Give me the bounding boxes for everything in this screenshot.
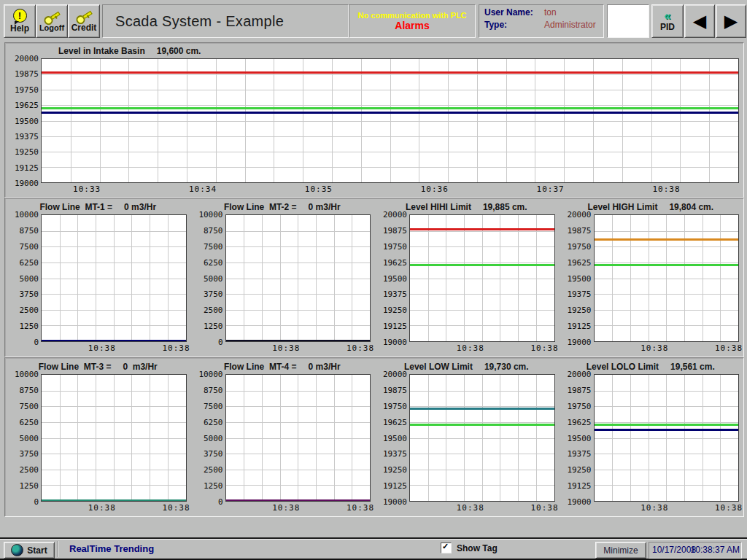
y-tick-label: 0 — [34, 338, 39, 347]
gridline-horizontal — [42, 325, 186, 326]
pid-button-label: PID — [660, 22, 675, 32]
gridline-horizontal — [410, 325, 554, 326]
x-axis: 10:3810:38 — [594, 502, 740, 515]
y-tick-label: 19875 — [567, 385, 591, 394]
gridline-horizontal — [410, 231, 554, 232]
alarms-link[interactable]: Alarms — [395, 20, 429, 31]
y-tick-label: 3750 — [204, 449, 223, 459]
y-tick-label: 19625 — [383, 257, 407, 267]
x-tick-label: 10:36 — [421, 184, 449, 194]
gridline-horizontal — [226, 262, 371, 263]
panel-middle-row: Flow Line MT-1 =0 m3/Hr10000875075006250… — [4, 198, 744, 357]
plot-area — [594, 214, 740, 342]
start-button[interactable]: Start — [4, 542, 55, 559]
chart-value-text: 19,600 cm. — [157, 46, 201, 56]
gridline-horizontal — [42, 294, 186, 295]
y-tick-label: 20000 — [383, 210, 407, 219]
credit-button[interactable]: Credit — [68, 4, 100, 38]
x-tick-label: 10:38 — [457, 343, 484, 353]
x-tick-label: 10:38 — [272, 343, 300, 353]
x-tick-label: 10:38 — [640, 343, 668, 353]
x-tick-label: 10:38 — [88, 503, 116, 513]
x-axis: 10:3810:38 — [225, 502, 371, 515]
taskbar-divider — [57, 541, 58, 557]
y-tick-label: 19375 — [567, 289, 591, 299]
y-tick-label: 19375 — [15, 131, 39, 141]
y-tick-label: 19000 — [383, 338, 407, 347]
y-tick-label: 3750 — [20, 289, 39, 299]
pid-button[interactable]: « PID — [651, 4, 684, 38]
plot-area — [409, 214, 555, 342]
y-tick-label: 19625 — [15, 101, 39, 110]
y-tick-label: 6250 — [204, 257, 223, 267]
y-tick-label: 1250 — [204, 481, 223, 491]
gridline-horizontal — [595, 485, 739, 486]
gridline-horizontal — [226, 438, 371, 439]
chart-level-low-limit: Level LOW Limit19,730 cm.200001987519750… — [374, 359, 559, 515]
x-tick-label: 10:38 — [652, 184, 680, 194]
chart-value-text: 0 m3/Hr — [309, 362, 341, 372]
plot-area — [225, 214, 371, 342]
chart-title-text: Flow Line MT-4 = — [224, 362, 297, 372]
chart-level-hihi-limit: Level HIHI Limit19,885 cm.20000198751975… — [374, 200, 559, 355]
user-info-panel: User Name: ton Type: Administrator — [479, 4, 604, 38]
help-button[interactable]: ! Help — [4, 4, 36, 38]
gridline-horizontal — [226, 231, 371, 232]
show-tag-checkbox[interactable] — [441, 542, 452, 553]
y-axis: 1000087507500625050003750250012500 — [190, 214, 225, 342]
y-tick-label: 19500 — [567, 433, 591, 443]
next-page-button[interactable]: ▶ — [716, 4, 746, 38]
chart-value-text: 0 m3/Hr — [123, 362, 157, 372]
y-tick-label: 19125 — [383, 322, 407, 331]
y-tick-label: 19125 — [567, 322, 591, 331]
y-tick-label: 10000 — [15, 370, 39, 379]
plot-area — [409, 374, 555, 502]
y-tick-label: 19125 — [15, 163, 39, 172]
y-tick-label: 2500 — [20, 306, 39, 315]
datetime-display: 10/17/2008 10:38:37 AM — [649, 542, 742, 559]
previous-page-button[interactable]: ◀ — [684, 4, 715, 38]
gridline-horizontal — [410, 262, 554, 263]
gridline-horizontal — [42, 246, 186, 247]
y-tick-label: 2500 — [20, 465, 39, 475]
gridline-horizontal — [42, 391, 186, 392]
gridline-horizontal — [42, 90, 738, 90]
gridline-horizontal — [226, 470, 371, 470]
chart-flow-mt4: Flow Line MT-4 =0 m3/Hr10000875075006250… — [190, 359, 375, 515]
gridline-horizontal — [42, 74, 738, 75]
x-axis: 10:3810:38 — [409, 502, 555, 515]
plc-warning-panel: No communication with PLC Alarms — [349, 4, 476, 38]
series-line-hihi-limit — [410, 228, 554, 230]
date-text: 10/17/2008 — [652, 545, 696, 555]
chart-title-text: Flow Line MT-3 = — [39, 362, 112, 372]
chart-value-text: 0 m3/Hr — [124, 202, 156, 212]
y-tick-label: 7500 — [20, 241, 39, 251]
y-tick-label: 19375 — [383, 449, 407, 459]
x-axis: 10:3810:38 — [409, 342, 555, 355]
scada-screen: ! Help Logoff Credit Scada System - Exam… — [0, 0, 747, 560]
gridline-horizontal — [226, 391, 371, 392]
y-tick-label: 19375 — [383, 289, 407, 299]
logoff-button[interactable]: Logoff — [36, 4, 68, 38]
gridline-horizontal — [226, 310, 371, 311]
chart-value-text: 0 m3/Hr — [309, 202, 341, 212]
gridline-horizontal — [595, 454, 739, 454]
series-line-hihi-limit — [42, 71, 738, 74]
series-line-level — [595, 424, 739, 426]
gridline-horizontal — [595, 406, 739, 407]
x-tick-label: 10:38 — [530, 503, 558, 513]
series-line-level — [42, 107, 738, 109]
y-axis: 2000019875197501962519500193751925019125… — [374, 374, 409, 502]
toolbar: ! Help Logoff Credit Scada System - Exam… — [0, 0, 747, 42]
x-tick-label: 10:38 — [640, 503, 668, 513]
user-type-value: Administrator — [544, 20, 596, 30]
y-tick-label: 19250 — [383, 306, 407, 315]
minimize-button[interactable]: Minimize — [595, 542, 646, 559]
panel-bottom-row: Flow Line MT-3 =0 m3/Hr10000875075006250… — [4, 357, 744, 517]
chart-value-text: 19,804 cm. — [669, 202, 713, 212]
y-tick-label: 19000 — [567, 338, 591, 347]
y-tick-label: 19875 — [567, 225, 591, 235]
y-tick-label: 10000 — [15, 210, 39, 219]
double-chevron-left-icon: « — [664, 11, 670, 21]
series-line-flow-mt4 — [226, 499, 371, 501]
